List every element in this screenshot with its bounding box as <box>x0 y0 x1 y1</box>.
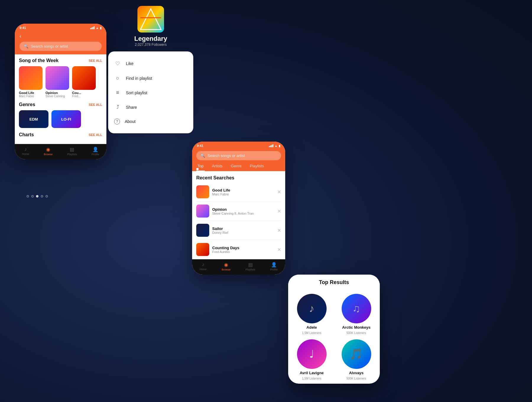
tab-profile-3[interactable]: 👤 Profile <box>270 262 278 271</box>
tab-browse-3[interactable]: ◉ Browse <box>222 262 231 271</box>
home-icon-3: ♪ <box>202 262 204 267</box>
svg-marker-0 <box>140 9 161 30</box>
about-label: About <box>125 119 136 124</box>
battery-1: ▮ <box>100 26 102 30</box>
artist-name-2: Avril Lavigne <box>300 371 324 375</box>
tab-home-3[interactable]: ♪ Home <box>200 262 207 271</box>
dot-3 <box>41 195 43 197</box>
about-icon: ? <box>114 119 120 124</box>
song-card-2[interactable]: Cou... Fred... <box>72 66 96 98</box>
context-sort-playlist[interactable]: ≡ Sort playlist <box>108 85 193 100</box>
genre-cards-1: EDM LO-FI <box>19 110 102 128</box>
song-week-title: Song of the Week <box>19 58 59 63</box>
context-artist-name: Legendary <box>103 35 198 43</box>
dot-2 <box>36 195 38 197</box>
recent-artist-1: Steve Canning ft. Anton Tran <box>212 212 274 215</box>
recent-item-1[interactable]: Opinion Steve Canning ft. Anton Tran ✕ <box>196 202 281 221</box>
song-card-0[interactable]: Good Life Marc Fabre <box>19 66 43 98</box>
context-artist-hero: Legendary 2,027,378 Followers <box>103 6 198 47</box>
context-about[interactable]: ? About <box>108 114 193 129</box>
artist-item-2[interactable]: ♩ Avril Lavigne 1,5M Listeners <box>292 339 332 380</box>
tab-playlists-1[interactable]: ▤ Playlists <box>67 147 77 156</box>
artist-item-1[interactable]: ♫ Arctic Monkeys 500K Listeners <box>336 294 376 335</box>
search-bar-1[interactable]: 🔍 Search songs or artist <box>20 42 102 51</box>
home-icon-1: ♪ <box>25 147 27 152</box>
artist-name-0: Adele <box>306 325 317 330</box>
screen-context: Legendary 2,027,378 Followers ♡ Like ○ F… <box>103 6 198 138</box>
recent-item-2[interactable]: Sailor Donny Rief ✕ <box>196 221 281 240</box>
tab-playlists-3[interactable]: ▤ Playlists <box>246 262 255 271</box>
recent-searches-3: Recent Searches Good Life Marc Fabre ✕ O… <box>192 171 285 259</box>
song-card-1[interactable]: Opinion Steve Canning <box>46 66 69 98</box>
dot-0 <box>27 195 29 197</box>
like-icon: ♡ <box>114 60 121 67</box>
tab-playlists-label-1: Playlists <box>67 153 77 156</box>
artist-circle-2: ♩ <box>297 339 327 369</box>
search-placeholder-1: Search songs or artist <box>31 44 68 48</box>
tab-browse-1[interactable]: ◉ Browse <box>44 147 53 156</box>
context-like[interactable]: ♡ Like <box>108 56 193 71</box>
profile-icon-1: 👤 <box>93 147 98 152</box>
genre-lofi[interactable]: LO-FI <box>51 110 81 128</box>
genre-lofi-label: LO-FI <box>61 117 71 121</box>
playlists-icon-3: ▤ <box>248 262 253 268</box>
tab-playlists-3[interactable]: Playlists <box>249 161 265 171</box>
context-find-playlist[interactable]: ○ Find in playlist <box>108 71 193 85</box>
charts-see-all[interactable]: SEE ALL <box>89 133 102 137</box>
context-menu-card: ♡ Like ○ Find in playlist ≡ Sort playlis… <box>108 51 193 133</box>
recent-info-2: Sailor Donny Rief <box>212 226 274 234</box>
wifi-1: ▲ <box>96 26 99 30</box>
context-followers: 2,027,378 Followers <box>103 43 198 47</box>
recent-thumb-2 <box>196 224 209 237</box>
genres-title: Genres <box>19 102 35 107</box>
status-icons-1: ▲ ▮ <box>90 26 102 30</box>
tab-artists-3[interactable]: Artists <box>211 161 224 171</box>
recent-x-1[interactable]: ✕ <box>277 208 281 214</box>
song-cards-1: Good Life Marc Fabre Opinion Steve Canni… <box>19 66 102 98</box>
search-tabs-3: Top Artists Genre Playlists <box>196 161 281 171</box>
recent-item-3[interactable]: Counting Days Fred Aurelio ✕ <box>196 240 281 259</box>
tab-playlists-label-3: Playlists <box>246 268 255 271</box>
screen-top-results: Top Results ♪ Adele 1,5M Listeners ♫ Arc… <box>288 275 380 384</box>
dot-4 <box>46 195 48 197</box>
recent-x-3[interactable]: ✕ <box>277 247 281 252</box>
dot-1 <box>31 195 34 197</box>
search-placeholder-3: Search songs or artist <box>207 153 245 158</box>
tab-browse-label-1: Browse <box>44 153 53 156</box>
recent-artist-2: Donny Rief <box>212 231 274 234</box>
genres-header: Genres SEE ALL <box>19 102 102 107</box>
artist-item-3[interactable]: 🎵 Alvvays 500K Listeners <box>336 339 376 380</box>
tab-genre-3[interactable]: Genre <box>230 161 243 171</box>
genre-edm[interactable]: EDM <box>19 110 48 128</box>
tab-home-1[interactable]: ♪ Home <box>22 147 29 156</box>
recent-x-2[interactable]: ✕ <box>277 228 281 233</box>
context-share[interactable]: ⤴ Share <box>108 100 193 114</box>
dot-indicators <box>27 195 48 197</box>
tab-profile-1[interactable]: 👤 Profile <box>92 147 99 156</box>
recent-x-0[interactable]: ✕ <box>277 189 281 195</box>
status-bar-3: 9:41 ▲ ▮ <box>192 142 285 149</box>
artist-item-0[interactable]: ♪ Adele 1,5M Listeners <box>292 294 332 335</box>
genres-see-all[interactable]: SEE ALL <box>89 103 102 106</box>
search-header-3: 🔍 Search songs or artist Top Artists Gen… <box>192 149 285 171</box>
search-bar-3[interactable]: 🔍 Search songs or artist <box>196 151 281 160</box>
song-week-see-all[interactable]: SEE ALL <box>89 59 102 62</box>
recent-info-1: Opinion Steve Canning ft. Anton Tran <box>212 207 274 215</box>
recent-thumb-0 <box>196 185 209 198</box>
battery-3: ▮ <box>279 144 280 147</box>
artist-listeners-0: 1,5M Listeners <box>302 331 322 335</box>
find-playlist-label: Find in playlist <box>126 76 152 81</box>
song-artist-0: Marc Fabre <box>19 95 43 98</box>
recent-thumb-1 <box>196 205 209 218</box>
tab-home-label-1: Home <box>22 153 29 155</box>
search-icon-1: 🔍 <box>24 44 28 48</box>
recent-artist-0: Marc Fabre <box>212 192 274 196</box>
recent-title-3: Recent Searches <box>196 175 281 181</box>
artist-listeners-2: 1,5M Listeners <box>302 377 322 380</box>
status-icons-3: ▲ ▮ <box>269 144 280 147</box>
recent-item-0[interactable]: Good Life Marc Fabre ✕ <box>196 182 281 202</box>
back-arrow-1[interactable]: ‹ <box>20 33 21 39</box>
artist-circle-0: ♪ <box>297 294 327 323</box>
song-name-0: Good Life <box>19 91 43 95</box>
browse-icon-3: ◉ <box>224 262 228 268</box>
